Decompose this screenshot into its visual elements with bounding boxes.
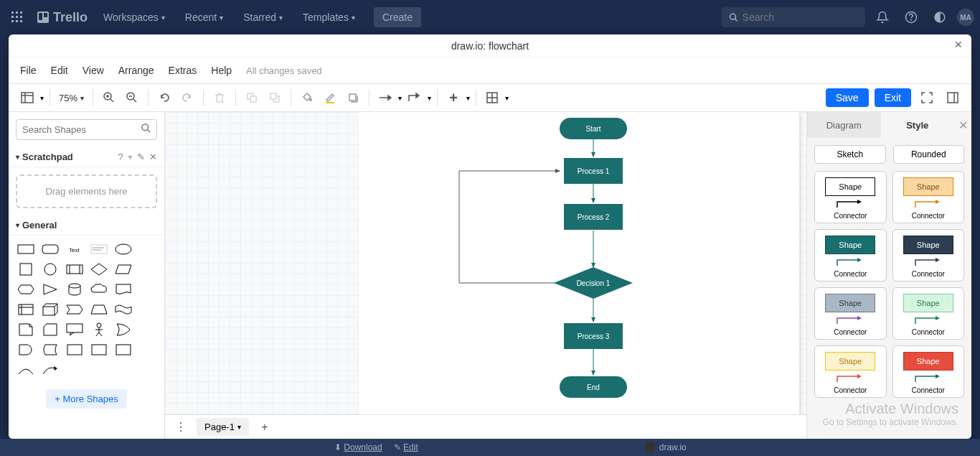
- shape-container2[interactable]: [89, 342, 109, 358]
- view-mode-icon[interactable]: [17, 88, 37, 108]
- shape-tape[interactable]: [113, 302, 133, 317]
- connection-icon[interactable]: [375, 88, 395, 108]
- scratchpad-header[interactable]: ▾Scratchpad ?+✎✕: [9, 147, 164, 167]
- shape-callout[interactable]: [65, 322, 85, 338]
- shape-textbox[interactable]: [89, 241, 109, 257]
- style-preset-5[interactable]: Shape Connector: [892, 287, 965, 340]
- fill-color-icon[interactable]: [297, 88, 317, 108]
- shape-parallelogram[interactable]: [113, 261, 133, 277]
- node-decision-1[interactable]: Decision 1: [554, 267, 633, 299]
- more-shapes-button[interactable]: + More Shapes: [46, 389, 127, 409]
- menu-file[interactable]: File: [20, 65, 37, 76]
- format-panel-icon[interactable]: [943, 88, 963, 108]
- shape-document[interactable]: [113, 281, 133, 297]
- shape-square[interactable]: [16, 261, 36, 277]
- to-back-icon[interactable]: [265, 88, 285, 108]
- style-preset-6[interactable]: Shape Connector: [814, 345, 887, 398]
- nav-templates[interactable]: Templates▾: [296, 7, 362, 27]
- shape-step[interactable]: [65, 302, 85, 317]
- search-box[interactable]: [722, 7, 865, 27]
- menu-help[interactable]: Help: [211, 65, 232, 76]
- redo-icon[interactable]: [177, 88, 197, 108]
- delete-icon[interactable]: [209, 88, 230, 108]
- nav-starred[interactable]: Starred▾: [236, 7, 290, 27]
- user-avatar[interactable]: MA: [957, 9, 974, 26]
- shape-rectangle[interactable]: [16, 241, 36, 257]
- add-page-icon[interactable]: +: [255, 417, 275, 437]
- shape-hexagon[interactable]: [16, 281, 36, 297]
- chevron-down-icon[interactable]: ▾: [398, 94, 402, 102]
- page-tab-1[interactable]: Page-1 ▾: [197, 418, 249, 436]
- node-process-1[interactable]: Process 1: [564, 158, 623, 184]
- undo-icon[interactable]: [154, 88, 174, 108]
- help-icon[interactable]: ?: [118, 152, 123, 162]
- shape-cube[interactable]: [40, 302, 60, 317]
- shape-cylinder[interactable]: [65, 281, 85, 297]
- shape-search-input[interactable]: [16, 119, 157, 140]
- shape-ellipse[interactable]: [113, 241, 133, 257]
- panel-close-icon[interactable]: ✕: [954, 112, 971, 138]
- sketch-button[interactable]: Sketch: [814, 145, 886, 164]
- search-icon[interactable]: [141, 124, 151, 136]
- nav-workspaces[interactable]: Workspaces▾: [96, 7, 172, 27]
- save-button[interactable]: Save: [826, 88, 869, 107]
- style-preset-7[interactable]: Shape Connector: [892, 345, 965, 398]
- node-process-2[interactable]: Process 2: [564, 204, 623, 230]
- shape-rounded-rect[interactable]: [40, 241, 60, 257]
- menu-arrange[interactable]: Arrange: [118, 65, 154, 76]
- rounded-button[interactable]: Rounded: [893, 145, 965, 164]
- shape-process[interactable]: [65, 261, 85, 277]
- trello-logo[interactable]: Trello: [37, 10, 88, 25]
- canvas[interactable]: Start Process 1 Process 2 Decision 1 Pro…: [165, 112, 806, 439]
- nav-recent[interactable]: Recent▾: [178, 7, 230, 27]
- pages-menu-icon[interactable]: ⋮: [171, 417, 191, 437]
- shape-data-storage[interactable]: [40, 342, 60, 358]
- shape-curve[interactable]: [16, 362, 36, 378]
- shape-triangle[interactable]: [40, 281, 60, 297]
- chevron-down-icon[interactable]: ▾: [428, 94, 431, 102]
- edit-link[interactable]: Edit: [403, 442, 418, 452]
- style-preset-2[interactable]: Shape Connector: [814, 229, 887, 281]
- exit-button[interactable]: Exit: [875, 88, 911, 107]
- edit-icon[interactable]: ✎: [137, 152, 145, 162]
- help-icon[interactable]: [900, 6, 923, 29]
- shape-or[interactable]: [113, 322, 133, 338]
- close-icon[interactable]: ✕: [954, 39, 963, 50]
- shape-actor[interactable]: [89, 322, 109, 338]
- tab-diagram[interactable]: Diagram: [807, 112, 881, 138]
- waypoint-icon[interactable]: [405, 88, 425, 108]
- general-header[interactable]: ▾General: [9, 215, 164, 236]
- add-icon[interactable]: +: [127, 152, 133, 162]
- node-end[interactable]: End: [560, 376, 627, 398]
- shape-diamond[interactable]: [89, 261, 109, 277]
- fullscreen-icon[interactable]: [917, 88, 937, 108]
- close-icon[interactable]: ✕: [149, 152, 157, 162]
- style-preset-4[interactable]: Shape Connector: [814, 287, 887, 340]
- menu-extras[interactable]: Extras: [169, 65, 197, 76]
- search-input[interactable]: [743, 11, 858, 23]
- zoom-in-icon[interactable]: [99, 88, 119, 108]
- shape-trapezoid[interactable]: [89, 302, 109, 317]
- shape-text[interactable]: Text: [65, 241, 85, 257]
- node-start[interactable]: Start: [560, 118, 627, 139]
- shape-cloud[interactable]: [89, 281, 109, 297]
- notifications-icon[interactable]: [871, 6, 894, 29]
- menu-edit[interactable]: Edit: [51, 65, 68, 76]
- table-icon[interactable]: [482, 88, 502, 108]
- style-preset-0[interactable]: Shape Connector: [814, 171, 887, 223]
- download-link[interactable]: Download: [344, 442, 382, 452]
- shape-arrow[interactable]: [40, 362, 60, 378]
- menu-view[interactable]: View: [83, 65, 104, 76]
- shadow-icon[interactable]: [343, 88, 363, 108]
- line-color-icon[interactable]: [320, 88, 340, 108]
- chevron-down-icon[interactable]: ▾: [466, 94, 470, 102]
- theme-icon[interactable]: [928, 6, 951, 29]
- shape-card[interactable]: [40, 322, 60, 338]
- zoom-select[interactable]: 75% ▾: [56, 91, 87, 105]
- shape-and[interactable]: [16, 342, 36, 358]
- scratchpad-dropzone[interactable]: Drag elements here: [16, 175, 157, 208]
- shape-internal-storage[interactable]: [16, 302, 36, 317]
- create-button[interactable]: Create: [374, 7, 421, 27]
- style-preset-3[interactable]: Shape Connector: [892, 229, 965, 281]
- chevron-down-icon[interactable]: ▾: [505, 94, 509, 102]
